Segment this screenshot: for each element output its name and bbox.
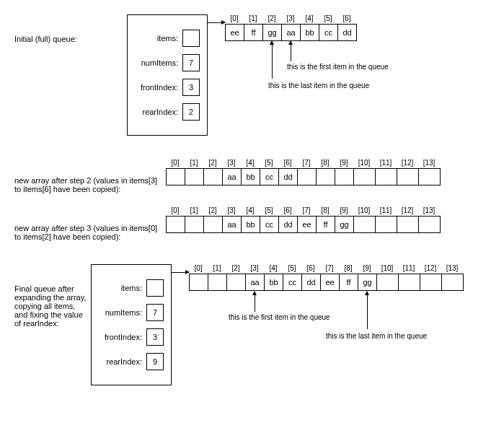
section-step2: new array after step 2 (values in items[… xyxy=(14,159,490,193)
array-area: [0] [1] [2] [3] [4] [5] [6] [7] [8] [9] … xyxy=(166,159,441,185)
struct-box: items: numItems: 7 frontIndex: 3 rearInd… xyxy=(91,264,172,385)
anno-first: this is the first item in the queue xyxy=(229,313,330,321)
array-area: [0] [1] [2] [3] [4] [5] [6] ee ff gg aa … xyxy=(225,14,357,93)
section-label: Final queue after expanding the array, c… xyxy=(14,264,87,328)
field-rearIndex: rearIndex: 9 xyxy=(99,353,164,370)
section-label: Initial (full) queue: xyxy=(14,14,123,43)
section-label: new array after step 2 (values in items[… xyxy=(14,159,166,193)
section-initial: Initial (full) queue: items: numItems: 7… xyxy=(14,14,490,136)
array-area: [0] [1] [2] [3] [4] [5] [6] [7] [8] [9] … xyxy=(189,264,464,344)
cell-row: aa bb cc dd ee ff gg xyxy=(189,274,464,291)
field-items: items: xyxy=(135,30,200,47)
annotation-area: this is the first item in the queue this… xyxy=(189,292,464,344)
arrow-to-last xyxy=(367,292,368,329)
field-frontIndex: frontIndex: 3 xyxy=(99,328,164,346)
struct-box: items: numItems: 7 frontIndex: 3 rearInd… xyxy=(127,14,208,136)
pointer-arrow xyxy=(172,272,189,273)
anno-last: this is the last item in the queue xyxy=(268,82,369,89)
pointer-arrow xyxy=(208,22,225,23)
cell-row: ee ff gg aa bb cc dd xyxy=(225,24,357,41)
section-step3: new array after step 3 (values in items[… xyxy=(14,206,490,241)
section-label: new array after step 3 (values in items[… xyxy=(14,206,166,241)
anno-last: this is the last item in the queue xyxy=(326,332,427,340)
index-row: [0] [1] [2] [3] [4] [5] [6] [7] [8] [9] … xyxy=(189,264,464,274)
field-numItems: numItems: 7 xyxy=(135,54,200,71)
field-numItems: numItems: 7 xyxy=(99,304,164,321)
arrow-to-first xyxy=(255,292,255,312)
index-row: [0] [1] [2] [3] [4] [5] [6] [7] [8] [9] … xyxy=(166,206,441,216)
field-rearIndex: rearIndex: 2 xyxy=(135,103,200,121)
anno-first: this is the first item in the queue xyxy=(287,63,389,71)
field-items: items: xyxy=(99,279,164,297)
cell-row: aa bb cc dd xyxy=(166,168,441,185)
cell-row: aa bb cc dd ee ff gg xyxy=(166,216,441,233)
annotation-area: this is the first item in the queue this… xyxy=(225,41,357,93)
index-row: [0] [1] [2] [3] [4] [5] [6] [7] [8] [9] … xyxy=(166,159,441,168)
section-final: Final queue after expanding the array, c… xyxy=(14,264,490,385)
arrow-to-last xyxy=(272,41,273,79)
index-row: [0] [1] [2] [3] [4] [5] [6] xyxy=(225,14,357,24)
field-frontIndex: frontIndex: 3 xyxy=(135,79,200,96)
arrow-to-first xyxy=(291,41,291,61)
array-area: [0] [1] [2] [3] [4] [5] [6] [7] [8] [9] … xyxy=(166,206,441,233)
